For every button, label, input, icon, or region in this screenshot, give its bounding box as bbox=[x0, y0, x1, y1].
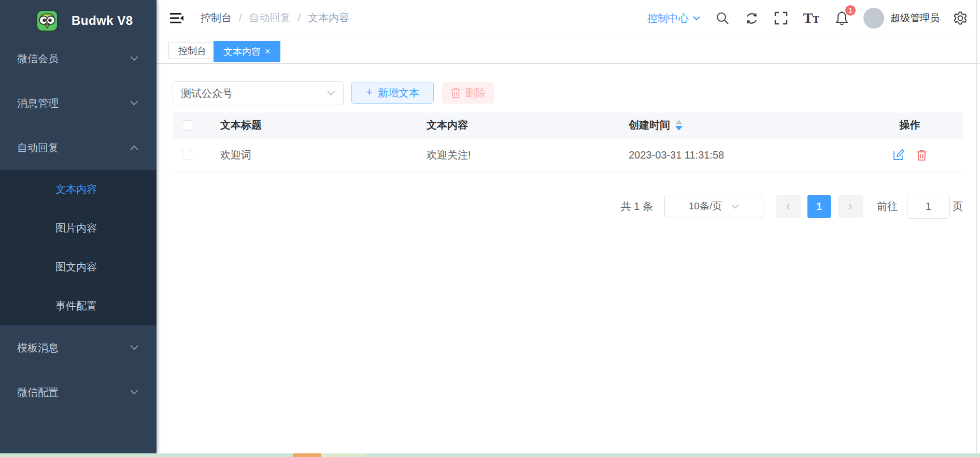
table-header-row: 文本标题 文本内容 创建时间 操作 bbox=[173, 112, 963, 138]
avatar[interactable] bbox=[863, 8, 884, 28]
add-text-button[interactable]: + 新增文本 bbox=[351, 82, 434, 104]
search-icon[interactable] bbox=[716, 11, 729, 25]
sidebar-item-wechat-config[interactable]: 微信配置 bbox=[0, 370, 157, 415]
chevron-down-icon bbox=[130, 101, 138, 106]
sidebar-item-text-content[interactable]: 文本内容 bbox=[0, 170, 157, 209]
plus-icon: + bbox=[366, 85, 373, 99]
chevron-down-icon bbox=[130, 56, 138, 61]
add-text-button-label: 新增文本 bbox=[378, 86, 419, 100]
chevron-down-icon bbox=[130, 345, 138, 350]
sidebar-submenu-auto-reply: 文本内容 图片内容 图文内容 事件配置 bbox=[0, 170, 157, 325]
sidebar-item-template-message[interactable]: 模板消息 bbox=[0, 325, 157, 370]
app-root: Budwk V8 微信会员 消息管理 自动回复 bbox=[0, 0, 980, 457]
row-created-cell: 2023-03-31 11:31:58 bbox=[629, 149, 857, 161]
tab-console[interactable]: 控制台 bbox=[168, 42, 216, 59]
edit-icon[interactable] bbox=[892, 149, 905, 161]
next-page-button[interactable]: › bbox=[838, 195, 863, 218]
page-size-select[interactable]: 10条/页 bbox=[664, 195, 763, 218]
control-center-label: 控制中心 bbox=[647, 11, 689, 25]
tags-view-bar: 控制台 文本内容 × bbox=[157, 36, 980, 64]
column-header-content: 文本内容 bbox=[427, 118, 629, 132]
account-select[interactable]: 测试公众号 bbox=[173, 81, 344, 105]
owl-logo-icon bbox=[36, 10, 58, 32]
column-header-created[interactable]: 创建时间 bbox=[629, 118, 857, 132]
sidebar-item-label: 消息管理 bbox=[17, 96, 59, 110]
sidebar-menu: 微信会员 消息管理 自动回复 文本内容 bbox=[0, 36, 157, 415]
sidebar-item-message-mgmt[interactable]: 消息管理 bbox=[0, 81, 157, 125]
sidebar-item-wechat-members[interactable]: 微信会员 bbox=[0, 36, 157, 81]
close-icon[interactable]: × bbox=[265, 46, 271, 57]
breadcrumb-separator: / bbox=[239, 12, 242, 24]
font-size-icon-small: T bbox=[813, 14, 819, 25]
delete-row-icon[interactable] bbox=[916, 149, 927, 161]
delete-button[interactable]: 删除 bbox=[442, 82, 494, 104]
row-checkbox-cell bbox=[173, 150, 220, 160]
control-center-dropdown[interactable]: 控制中心 bbox=[647, 11, 700, 25]
pagination: 共 1 条 10条/页 ‹ 1 › 前往 页 bbox=[173, 193, 963, 219]
sidebar-item-label: 自动回复 bbox=[17, 141, 59, 155]
column-header-created-label: 创建时间 bbox=[629, 118, 670, 132]
notification-bell-icon[interactable]: 1 bbox=[835, 11, 849, 26]
sidebar-item-label: 微信会员 bbox=[17, 52, 59, 66]
chevron-down-icon bbox=[693, 16, 700, 21]
row-title-cell: 欢迎词 bbox=[220, 148, 427, 162]
strip-orange-segment bbox=[293, 453, 321, 457]
goto-label: 前往 bbox=[877, 199, 898, 213]
bottom-progress-strip bbox=[0, 453, 980, 457]
refresh-icon[interactable] bbox=[745, 11, 759, 25]
column-header-ops: 操作 bbox=[857, 118, 963, 132]
font-size-icon-large: T bbox=[803, 10, 813, 26]
submenu-item-label: 事件配置 bbox=[55, 299, 97, 313]
submenu-item-label: 图片内容 bbox=[55, 221, 97, 235]
sort-descending-icon[interactable] bbox=[675, 126, 683, 131]
select-all-checkbox[interactable] bbox=[182, 120, 192, 131]
sort-ascending-icon[interactable] bbox=[675, 120, 683, 124]
username-label: 超级管理员 bbox=[890, 11, 940, 25]
pagination-total: 共 1 条 bbox=[621, 199, 653, 213]
text-table: 文本标题 文本内容 创建时间 操作 欢迎词 欢迎关注! 2023-03-31 1 bbox=[173, 112, 963, 172]
top-header: 控制台 / 自动回复 / 文本内容 控制中心 bbox=[157, 0, 980, 36]
fullscreen-icon[interactable] bbox=[774, 11, 788, 25]
row-ops-cell bbox=[857, 149, 963, 161]
font-size-icon[interactable]: TT bbox=[803, 10, 819, 26]
chevron-down-icon bbox=[731, 204, 739, 209]
tab-label: 控制台 bbox=[178, 45, 206, 57]
sidebar-item-image-content[interactable]: 图片内容 bbox=[0, 209, 157, 248]
sort-caret-icons[interactable] bbox=[675, 120, 683, 131]
trash-icon bbox=[450, 87, 461, 98]
breadcrumb-item-console[interactable]: 控制台 bbox=[201, 11, 232, 25]
submenu-item-label: 文本内容 bbox=[55, 182, 97, 196]
page-size-value: 10条/页 bbox=[689, 199, 722, 213]
sidebar-item-imagetext-content[interactable]: 图文内容 bbox=[0, 248, 157, 287]
breadcrumb-item-auto-reply: 自动回复 bbox=[249, 11, 291, 25]
tab-text-content[interactable]: 文本内容 × bbox=[214, 41, 280, 62]
page-unit-label: 页 bbox=[953, 199, 963, 213]
sidebar-item-label: 微信配置 bbox=[17, 385, 59, 399]
tab-label: 文本内容 bbox=[223, 46, 261, 58]
page-right-border bbox=[976, 0, 977, 453]
sidebar-item-auto-reply[interactable]: 自动回复 bbox=[0, 125, 157, 170]
submenu-item-label: 图文内容 bbox=[55, 260, 97, 274]
row-content-cell: 欢迎关注! bbox=[427, 148, 629, 162]
goto-page-input[interactable] bbox=[907, 194, 950, 219]
sidebar-item-event-config[interactable]: 事件配置 bbox=[0, 287, 157, 325]
table-row: 欢迎词 欢迎关注! 2023-03-31 11:31:58 bbox=[173, 138, 963, 172]
account-select-value: 测试公众号 bbox=[181, 87, 233, 101]
menu-fold-icon[interactable] bbox=[169, 12, 184, 24]
row-checkbox[interactable] bbox=[182, 150, 192, 160]
sidebar-item-label: 模板消息 bbox=[17, 341, 59, 355]
gear-icon[interactable] bbox=[953, 11, 968, 25]
prev-page-button[interactable]: ‹ bbox=[776, 195, 801, 218]
app-title: Budwk V8 bbox=[72, 13, 133, 28]
page-number-1[interactable]: 1 bbox=[807, 195, 831, 218]
chevron-down-icon bbox=[130, 390, 138, 395]
sidebar: Budwk V8 微信会员 消息管理 自动回复 bbox=[0, 0, 157, 453]
notification-badge: 1 bbox=[845, 5, 856, 16]
chevron-down-icon bbox=[327, 91, 335, 96]
breadcrumb-separator: / bbox=[298, 12, 301, 24]
breadcrumb: 控制台 / 自动回复 / 文本内容 bbox=[201, 11, 349, 25]
delete-button-label: 删除 bbox=[465, 86, 486, 100]
main-content: 测试公众号 + 新增文本 删除 文本标题 文本内容 bbox=[157, 64, 980, 457]
strip-green-segment bbox=[321, 453, 366, 457]
column-header-title: 文本标题 bbox=[220, 118, 427, 132]
